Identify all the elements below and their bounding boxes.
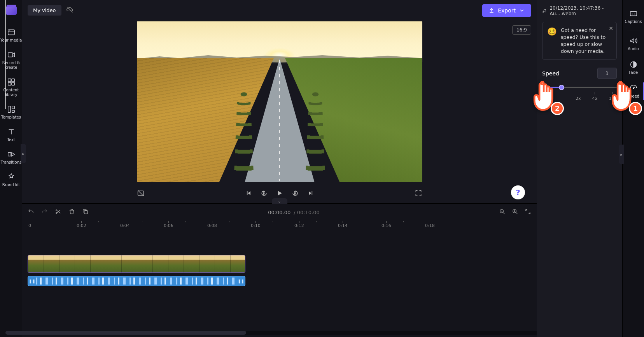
svg-rect-8 <box>12 110 14 113</box>
right-sidebar: Captions Audio Fade Speed ▸ <box>622 0 644 337</box>
rewind-button[interactable]: 5 <box>260 189 268 199</box>
duration: 00:10.00 <box>297 210 320 215</box>
audio-clip[interactable] <box>28 276 245 286</box>
preview-area: 16:9 ? 5 5 ⌄ <box>22 21 537 203</box>
scrollbar-thumb[interactable] <box>5 331 246 335</box>
svg-point-13 <box>56 210 57 211</box>
tracks-area <box>28 234 531 337</box>
ruler-tick-label: 0:12 <box>294 223 304 228</box>
timecode-display: 00:00.00 / 00:10.00 <box>268 210 320 215</box>
music-note-icon <box>542 8 546 14</box>
ruler-tick-label: 0:10 <box>251 223 261 228</box>
sidebar-item-brand-kit[interactable]: Brand kit <box>0 169 22 191</box>
current-time: 00:00.00 <box>268 210 290 215</box>
export-label: Export <box>498 7 516 14</box>
fullscreen-button[interactable] <box>415 189 422 199</box>
fit-timeline-button[interactable] <box>525 208 531 217</box>
playhead[interactable] <box>5 0 6 109</box>
svg-point-14 <box>56 212 57 213</box>
zoom-in-button[interactable] <box>512 208 518 217</box>
svg-rect-5 <box>11 82 14 85</box>
right-collapse-handle[interactable]: ▸ <box>619 145 624 164</box>
annotation-badge-1: 1 <box>629 102 642 115</box>
right-tab-audio[interactable]: Audio <box>623 32 644 56</box>
svg-rect-1 <box>8 53 12 57</box>
timeline-ruler[interactable]: 0 0:020:040:060:080:100:120:140:160:18 <box>28 221 531 230</box>
duplicate-button[interactable] <box>82 208 89 217</box>
sidebar-item-transitions[interactable]: Transitions <box>0 146 22 169</box>
sidebar-item-text[interactable]: Text <box>0 124 22 146</box>
svg-rect-2 <box>8 79 10 82</box>
aspect-ratio-badge[interactable]: 16:9 <box>512 25 531 35</box>
svg-rect-7 <box>12 106 14 109</box>
sidebar-item-templates[interactable]: Templates <box>0 101 22 124</box>
sidebar-label: Transitions <box>1 160 22 165</box>
top-bar: My video Export <box>22 0 537 21</box>
ruler-tick-label: 0:08 <box>207 223 217 228</box>
sidebar-label: Templates <box>1 115 21 120</box>
video-clip[interactable] <box>28 255 245 273</box>
svg-rect-0 <box>8 30 14 35</box>
skip-back-button[interactable] <box>245 189 252 199</box>
main-area: My video Export 16:9 ? 5 5 ⌄ <box>22 0 537 337</box>
split-button[interactable] <box>55 208 61 217</box>
sidebar-label: Record & create <box>0 61 22 70</box>
selected-clip-name: 20/12/2023, 10:47:36 - Au....webm <box>550 5 617 16</box>
tip-text: Got a need for speed? Use this to speed … <box>561 27 612 55</box>
speed-tip-card: 🥴 Got a need for speed? Use this to spee… <box>542 22 617 60</box>
ruler-tick-label: 0:06 <box>164 223 173 228</box>
annotation-badge-2: 2 <box>551 102 564 115</box>
cloud-sync-off-icon <box>66 6 74 15</box>
delete-button[interactable] <box>68 208 75 217</box>
tip-emoji: 🥴 <box>547 27 557 55</box>
project-title-chip[interactable]: My video <box>28 5 61 16</box>
forward-button[interactable]: 5 <box>291 189 299 199</box>
play-button[interactable] <box>276 189 284 199</box>
svg-rect-15 <box>84 210 88 214</box>
video-preview[interactable] <box>137 21 422 182</box>
expand-timeline-handle[interactable]: ⌄ <box>272 198 287 204</box>
svg-rect-3 <box>11 79 14 82</box>
svg-rect-9 <box>8 152 10 156</box>
svg-rect-6 <box>8 106 10 113</box>
chevron-down-icon <box>519 7 525 14</box>
sidebar-label: Your media <box>0 38 22 43</box>
right-tab-fade[interactable]: Fade <box>623 56 644 79</box>
app-logo <box>6 6 17 15</box>
annotation-hand-2: 2 <box>527 78 562 113</box>
left-sidebar: Your media Record & create Content libra… <box>0 0 22 337</box>
timeline: 00:00.00 / 00:10.00 0 0:020:040:060:080:… <box>22 203 537 337</box>
sidebar-label: Text <box>7 138 15 142</box>
help-button[interactable]: ? <box>511 185 525 199</box>
tip-close-button[interactable]: ✕ <box>609 25 613 31</box>
svg-rect-4 <box>8 82 10 85</box>
redo-button[interactable] <box>41 208 48 217</box>
ruler-tick-label: 0:16 <box>382 223 391 228</box>
speed-panel: 20/12/2023, 10:47:36 - Au....webm 🥴 Got … <box>537 0 622 337</box>
timeline-toolbar: 00:00.00 / 00:10.00 <box>22 204 537 221</box>
svg-text:5: 5 <box>263 192 264 195</box>
ruler-tick-label: 0:14 <box>338 223 348 228</box>
sidebar-item-content-library[interactable]: Content library <box>0 74 22 101</box>
export-button[interactable]: Export <box>482 4 531 17</box>
ruler-zero: 0 <box>28 223 31 228</box>
ruler-tick-label: 0:02 <box>77 223 86 228</box>
right-tab-captions[interactable]: Captions <box>623 5 644 28</box>
ruler-tick-label: 0:04 <box>120 223 130 228</box>
speed-value-input[interactable] <box>597 68 617 79</box>
skip-forward-button[interactable] <box>307 189 315 199</box>
annotation-hand-1: 1 <box>605 78 640 113</box>
svg-text:5: 5 <box>294 192 296 195</box>
sidebar-label: Brand kit <box>2 183 20 187</box>
sidebar-item-your-media[interactable]: Your media <box>0 24 22 47</box>
speed-label: Speed <box>542 70 559 77</box>
undo-button[interactable] <box>28 208 34 217</box>
zoom-out-button[interactable] <box>499 208 506 217</box>
selected-clip-header: 20/12/2023, 10:47:36 - Au....webm <box>542 5 617 16</box>
svg-rect-18 <box>630 12 637 16</box>
safe-zone-toggle-icon[interactable] <box>137 189 145 199</box>
ruler-tick-label: 0:18 <box>425 223 435 228</box>
sidebar-item-record-create[interactable]: Record & create <box>0 47 22 74</box>
sidebar-label: Content library <box>0 88 22 97</box>
